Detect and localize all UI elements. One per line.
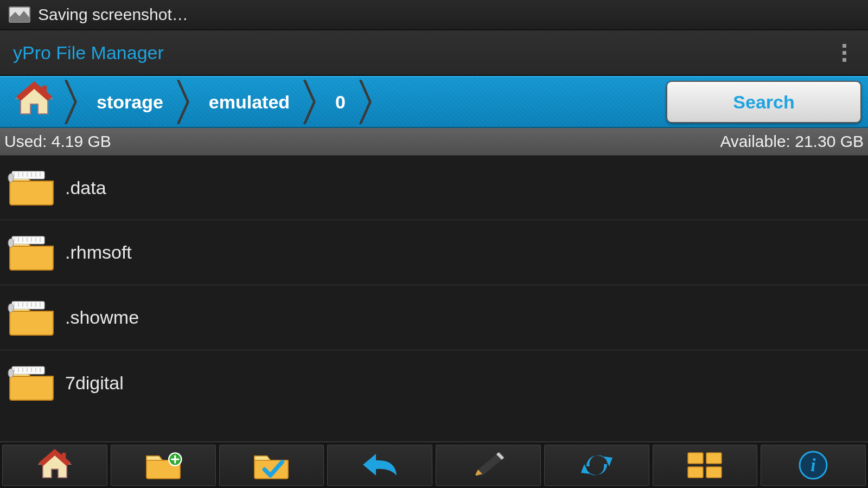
file-name: .showme (65, 307, 139, 328)
file-list[interactable]: .data .rhmsoft (0, 155, 868, 441)
svg-point-28 (8, 304, 14, 312)
select-icon (252, 450, 291, 480)
list-item[interactable]: .data (0, 155, 868, 220)
svg-point-19 (8, 239, 14, 247)
svg-rect-2 (12, 171, 44, 179)
file-name: .rhmsoft (65, 242, 132, 263)
svg-point-10 (8, 174, 14, 182)
breadcrumb-home[interactable] (7, 81, 62, 123)
svg-point-37 (8, 369, 14, 377)
status-bar: Saving screenshot… (0, 0, 868, 30)
new-folder-button[interactable] (111, 445, 216, 486)
svg-rect-42 (706, 453, 722, 464)
sync-icon (580, 450, 614, 480)
svg-rect-20 (12, 301, 44, 309)
svg-text:i: i (810, 455, 816, 475)
folder-icon (4, 298, 59, 337)
home-button[interactable] (2, 445, 107, 486)
breadcrumb: storage emulated 0 (7, 81, 666, 123)
breadcrumb-item-emulated[interactable]: emulated (198, 92, 301, 113)
used-label: Used: 4.19 GB (4, 132, 111, 151)
folder-icon (4, 363, 59, 402)
breadcrumb-bar: storage emulated 0 Search (0, 76, 868, 128)
file-name: 7digital (65, 373, 124, 394)
sync-button[interactable] (544, 445, 649, 486)
back-arrow-icon (361, 452, 399, 479)
info-icon: i (799, 451, 828, 480)
breadcrumb-item-storage[interactable]: storage (86, 92, 174, 113)
list-item[interactable]: 7digital (0, 350, 868, 415)
breadcrumb-separator (66, 81, 81, 123)
breadcrumb-separator (361, 81, 376, 123)
list-item[interactable]: .rhmsoft (0, 220, 868, 285)
app-bar: yPro File Manager (0, 30, 868, 76)
bottom-toolbar: i (0, 441, 868, 488)
select-button[interactable] (219, 445, 324, 486)
svg-rect-38 (62, 453, 66, 460)
edit-button[interactable] (436, 445, 541, 486)
info-button[interactable]: i (761, 445, 866, 486)
status-text: Saving screenshot… (38, 5, 188, 24)
search-button[interactable]: Search (666, 81, 861, 123)
file-name: .data (65, 177, 106, 198)
svg-point-40 (473, 475, 476, 478)
home-icon (36, 449, 74, 481)
gallery-icon (9, 6, 30, 23)
new-folder-icon (144, 450, 183, 480)
available-label: Available: 21.30 GB (720, 132, 864, 151)
breadcrumb-separator (305, 81, 320, 123)
folder-icon (4, 233, 59, 272)
svg-rect-29 (12, 367, 44, 374)
svg-rect-43 (688, 467, 703, 478)
app-title: yPro File Manager (13, 42, 833, 63)
pencil-icon (470, 450, 506, 480)
svg-rect-1 (42, 86, 47, 94)
svg-rect-11 (12, 236, 44, 244)
svg-rect-44 (706, 467, 722, 478)
breadcrumb-separator (178, 81, 194, 123)
list-item[interactable]: .showme (0, 285, 868, 350)
storage-usage-bar: Used: 4.19 GB Available: 21.30 GB (0, 128, 868, 155)
back-button[interactable] (327, 445, 432, 486)
folder-icon (4, 168, 59, 207)
view-grid-icon (687, 452, 723, 479)
breadcrumb-item-0[interactable]: 0 (324, 92, 356, 113)
home-icon (13, 81, 55, 118)
view-button[interactable] (653, 445, 758, 486)
overflow-menu-icon[interactable] (833, 44, 855, 62)
svg-rect-41 (688, 453, 703, 464)
